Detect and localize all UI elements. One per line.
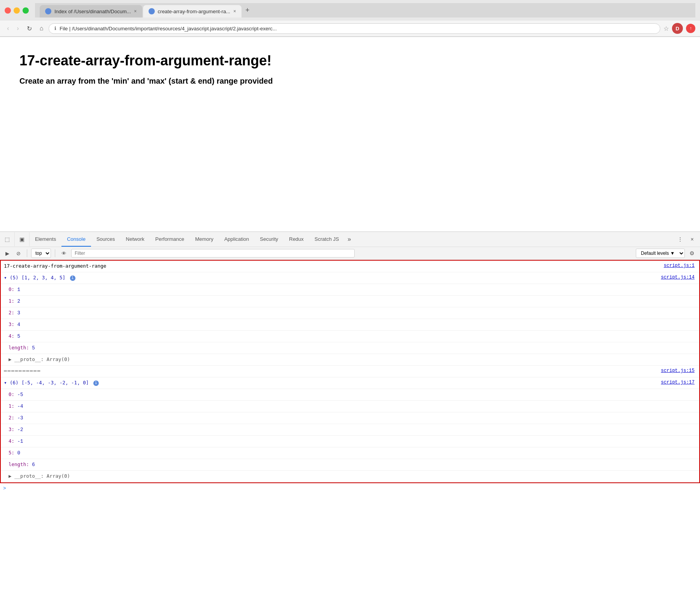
back-button[interactable]: ‹ [5, 23, 11, 33]
window-minimize-button[interactable] [14, 7, 20, 14]
console-main-a2-4: 4: -1 [1, 436, 699, 447]
tab-scratchjs[interactable]: Scratch JS [309, 232, 345, 247]
element-picker-button[interactable]: ⬚ [0, 232, 15, 246]
tab-close-2[interactable]: × [233, 9, 236, 14]
console-output: 17-create-array-from-argument-range scri… [0, 260, 700, 494]
a2-key-0: 0: [9, 391, 18, 397]
device-toggle-button[interactable]: ▣ [15, 232, 30, 246]
extension-icon[interactable]: ↑ [686, 24, 695, 33]
a2-val-2: -3 [18, 415, 23, 421]
tab-network[interactable]: Network [121, 232, 150, 247]
a1-val-3: 4 [18, 322, 21, 328]
toolbar-divider-1 [27, 249, 27, 257]
tab-console[interactable]: Console [61, 232, 91, 247]
console-prompt-line[interactable]: > [0, 483, 700, 494]
tab-memory[interactable]: Memory [190, 232, 219, 247]
console-main-a1-2: 2: 3 [1, 307, 699, 319]
tab-title-1: Index of /Users/dinanath/Docum... [54, 9, 131, 14]
console-main-a1-length: length: 5 [1, 342, 699, 354]
browser-tab-2[interactable]: create-array-from-argument-ra... × [143, 5, 242, 18]
navigation-bar: ‹ › ↻ ⌂ ℹ File | /Users/dinanath/Documen… [0, 21, 700, 37]
a2-key-5: 5: [9, 450, 18, 456]
a1-length-label: length: [9, 345, 32, 351]
console-clear-button[interactable]: ▶ [3, 249, 12, 258]
console-main-a2-2: 2: -3 [1, 412, 699, 424]
address-info-icon: ℹ [54, 26, 56, 31]
tab-sources[interactable]: Sources [91, 232, 121, 247]
devtools-close-button[interactable]: × [688, 234, 697, 245]
console-filter-input[interactable] [71, 249, 355, 258]
array1-info-icon: i [70, 275, 75, 281]
a1-val-4: 5 [18, 334, 21, 339]
console-row-array1-proto: ▶ __proto__: Array(0) [1, 354, 699, 366]
a1-key-4: 4: [9, 333, 18, 339]
a2-key-4: 4: [9, 438, 18, 444]
console-row-array1-2: 2: 3 [1, 307, 699, 319]
console-row-array2-4: 4: -1 [1, 436, 699, 447]
home-button[interactable]: ⌂ [37, 23, 46, 33]
devtools-end-icons: ⋮ × [671, 234, 700, 245]
console-eye-button[interactable]: 👁 [59, 249, 69, 258]
new-tab-button[interactable]: + [242, 3, 253, 18]
array1-header-text: ▾ (5) [1, 2, 3, 4, 5] [4, 275, 65, 280]
console-file-2[interactable]: script.js:14 [656, 272, 699, 284]
window-maximize-button[interactable] [23, 7, 29, 14]
tab-favicon-2 [149, 8, 155, 14]
address-bar[interactable]: ℹ File | /Users/dinanath/Documents/impor… [49, 23, 660, 34]
console-file-3[interactable]: script.js:17 [656, 377, 699, 389]
console-settings-button[interactable]: ⚙ [687, 249, 697, 258]
reload-button[interactable]: ↻ [24, 23, 34, 34]
tab-application[interactable]: Application [219, 232, 255, 247]
console-main-a2-1: 1: -4 [1, 401, 699, 412]
devtools-menu-button[interactable]: ⋮ [674, 234, 686, 245]
console-row-array2-length: length: 6 [1, 459, 699, 471]
tab-close-1[interactable]: × [134, 9, 137, 14]
console-main-a2-length: length: 6 [1, 459, 699, 470]
devtools-tab-bar: ⬚ ▣ Elements Console Sources Network Per… [0, 232, 700, 247]
a1-key-1: 1: [9, 298, 18, 304]
console-main-array1: ▾ (5) [1, 2, 3, 4, 5] i [1, 272, 656, 284]
console-main-a1-1: 1: 2 [1, 296, 699, 307]
console-main-a1-4: 4: 5 [1, 331, 699, 342]
tab-redux[interactable]: Redux [284, 232, 309, 247]
console-highlighted-section: 17-create-array-from-argument-range scri… [0, 260, 700, 483]
devtools-panel: ⬚ ▣ Elements Console Sources Network Per… [0, 231, 700, 494]
a2-key-1: 1: [9, 403, 18, 409]
console-file-1[interactable]: script.js:1 [659, 261, 699, 272]
console-row-array2-3: 3: -2 [1, 424, 699, 436]
browser-tab-1[interactable]: Index of /Users/dinanath/Docum... × [40, 5, 142, 18]
array2-info-icon: i [93, 380, 99, 386]
window-controls [5, 7, 29, 14]
window-close-button[interactable] [5, 7, 11, 14]
forward-button[interactable]: › [14, 23, 21, 33]
console-file-separator[interactable]: script.js:15 [656, 366, 699, 377]
console-row-array1-3: 3: 4 [1, 319, 699, 331]
script-name-text: 17-create-array-from-argument-range [4, 263, 106, 269]
a2-length-val: 6 [32, 462, 35, 468]
a1-val-2: 3 [18, 310, 21, 316]
console-row-array1-length: length: 5 [1, 342, 699, 354]
log-levels-selector[interactable]: Default levels ▼ [636, 249, 685, 258]
console-row-script-name: 17-create-array-from-argument-range scri… [1, 261, 699, 272]
bookmark-button[interactable]: ☆ [663, 25, 669, 32]
console-row-array1-1: 1: 2 [1, 296, 699, 307]
a2-val-4: -1 [18, 439, 23, 444]
console-row-array2-2: 2: -3 [1, 412, 699, 424]
tab-security[interactable]: Security [254, 232, 284, 247]
tab-performance[interactable]: Performance [150, 232, 189, 247]
a1-proto-text: ▶ __proto__: Array(0) [9, 356, 70, 362]
console-main-a1-proto: ▶ __proto__: Array(0) [1, 354, 699, 365]
console-main-a1-3: 3: 4 [1, 319, 699, 330]
console-ban-button[interactable]: ⊘ [14, 249, 23, 258]
more-tabs-button[interactable]: » [345, 232, 354, 247]
console-main-separator: ────────── [1, 366, 656, 377]
user-avatar[interactable]: D [672, 23, 683, 34]
address-text: File | /Users/dinanath/Documents/importa… [60, 26, 654, 32]
console-row-array1-4: 4: 5 [1, 331, 699, 342]
console-main-a2-0: 0: -5 [1, 389, 699, 400]
console-row-array2-header: ▾ (6) [-5, -4, -3, -2, -1, 0] i script.j… [1, 377, 699, 389]
tab-elements[interactable]: Elements [30, 232, 61, 247]
a1-key-0: 0: [9, 286, 18, 292]
context-selector[interactable]: top [31, 249, 51, 258]
console-row-array1-header: ▾ (5) [1, 2, 3, 4, 5] i script.js:14 [1, 272, 699, 284]
